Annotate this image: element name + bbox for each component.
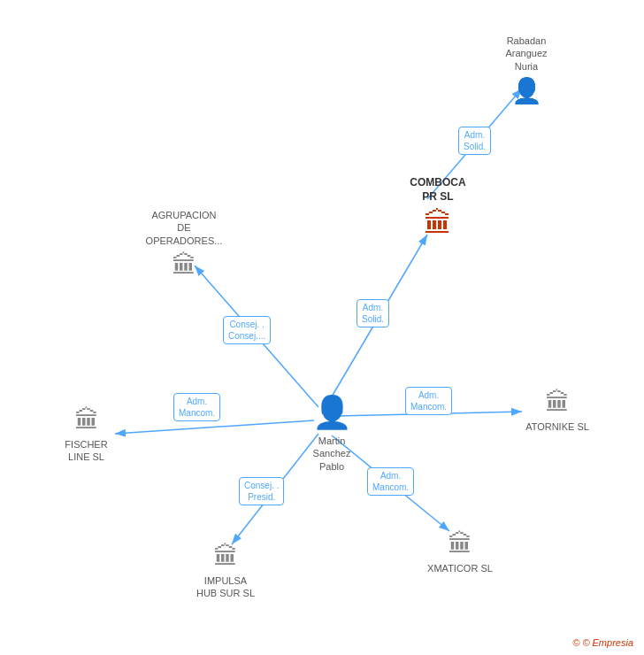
building-icon-impulsa: 🏛 — [213, 542, 238, 571]
comboca-label: COMBOCAPR SL — [410, 176, 465, 204]
agrupacion-label: AGRUPACIONDEOPERADORES... — [146, 209, 223, 247]
center-node-label: MartinSanchezPablo — [313, 435, 351, 473]
atornike-label: ATORNIKE SL — [525, 420, 589, 433]
edge-label-center-atornike: Adm.Mancom. — [405, 387, 452, 415]
node-fischer: 🏛 FISCHERLINE SL — [53, 405, 119, 464]
fischer-label: FISCHERLINE SL — [65, 438, 107, 464]
edge-label-center-comboca: Adm.Solid. — [356, 299, 389, 328]
node-agrupacion: AGRUPACIONDEOPERADORES... 🏛 — [144, 205, 224, 280]
svg-line-5 — [115, 420, 314, 434]
edge-label-center-impulsa: Consej. .Presid. — [239, 477, 284, 505]
center-node: 👤 MartinSanchezPablo — [296, 394, 367, 473]
building-icon-atornike: 🏛 — [545, 388, 570, 417]
person-icon-center: 👤 — [312, 394, 352, 431]
node-atornike: 🏛 ATORNIKE SL — [522, 388, 593, 433]
building-icon-fischer: 🏛 — [74, 405, 99, 435]
rabadan-label: RabadanAranguezNuria — [505, 35, 547, 73]
building-icon-xmaticor: 🏛 — [448, 529, 472, 559]
edge-label-comboca-rabadan: Adm.Solid. — [458, 127, 491, 155]
building-icon-agrupacion: 🏛 — [172, 250, 196, 280]
watermark-copyright: © — [572, 637, 579, 648]
edge-label-center-xmaticor: Adm.Mancom. — [367, 467, 414, 496]
node-xmaticor: 🏛 XMATICOR SL — [425, 529, 495, 574]
edge-label-center-agrupacion: Consej. .Consej.... — [223, 316, 271, 344]
node-comboca: COMBOCAPR SL 🏛 — [402, 173, 473, 240]
node-rabadan: RabadanAranguezNuria 👤 — [491, 31, 562, 105]
impulsa-label: IMPULSAHUB SUR SL — [196, 574, 255, 600]
watermark: © © Empresia — [572, 637, 633, 648]
building-icon-comboca: 🏛 — [424, 207, 452, 240]
watermark-text: © Empresia — [582, 637, 633, 648]
person-icon-rabadan: 👤 — [511, 76, 542, 105]
edge-label-center-fischer: Adm.Mancom. — [173, 393, 220, 421]
xmaticor-label: XMATICOR SL — [427, 562, 493, 574]
node-impulsa: 🏛 IMPULSAHUB SUR SL — [186, 542, 265, 600]
